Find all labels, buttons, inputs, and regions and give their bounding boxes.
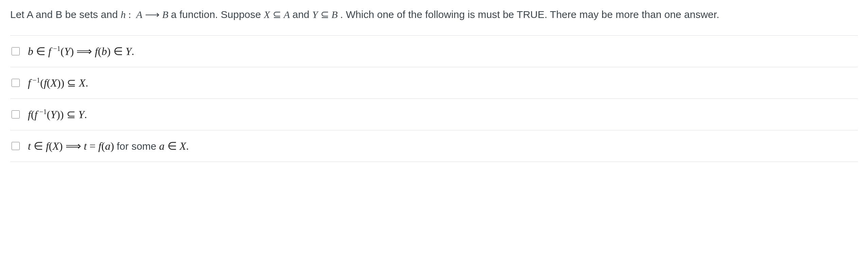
option-4-label: t ∈ f(X) ⟹ t = f(a) for some a ∈ X. [28, 138, 189, 154]
question-subset1: X ⊆ A [264, 9, 292, 20]
question-part4: . Which one of the following is must be … [340, 9, 719, 20]
option-4[interactable]: t ∈ f(X) ⟹ t = f(a) for some a ∈ X. [10, 130, 858, 162]
question-func: h : A ⟶ B [121, 9, 171, 20]
question-stem: Let A and B be sets and h : A ⟶ B a func… [10, 7, 858, 22]
question-part1: Let A and B be sets and [10, 9, 121, 20]
option-2-checkbox[interactable] [12, 79, 20, 87]
option-3-checkbox[interactable] [12, 110, 20, 118]
option-1-checkbox[interactable] [12, 47, 20, 55]
question-subset2: Y ⊆ B [312, 9, 340, 20]
options-list: b ∈ f −1(Y) ⟹ f(b) ∈ Y. f −1(f(X)) ⊆ X. … [10, 35, 858, 162]
question-part2: a function. Suppose [171, 9, 264, 20]
option-3[interactable]: f(f −1(Y)) ⊆ Y. [10, 98, 858, 130]
option-3-label: f(f −1(Y)) ⊆ Y. [28, 106, 87, 123]
option-1[interactable]: b ∈ f −1(Y) ⟹ f(b) ∈ Y. [10, 35, 858, 67]
option-2-label: f −1(f(X)) ⊆ X. [28, 75, 88, 91]
option-4-checkbox[interactable] [12, 142, 20, 150]
option-1-label: b ∈ f −1(Y) ⟹ f(b) ∈ Y. [28, 43, 134, 59]
question-part3: and [292, 9, 312, 20]
option-2[interactable]: f −1(f(X)) ⊆ X. [10, 67, 858, 99]
